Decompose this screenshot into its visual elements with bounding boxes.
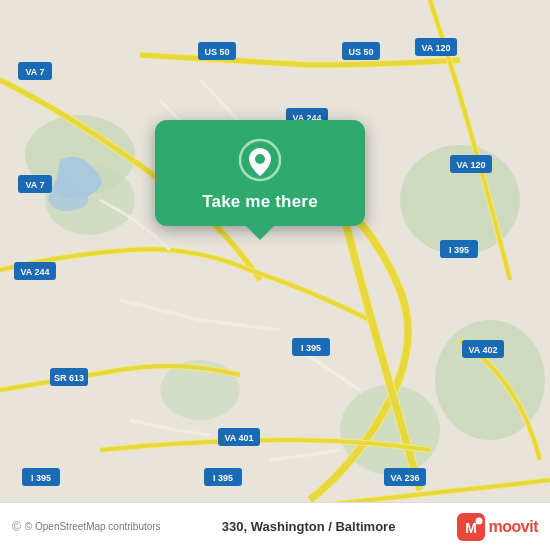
svg-point-43: [255, 154, 265, 164]
copyright-symbol: ©: [12, 520, 21, 534]
svg-text:I 395: I 395: [449, 245, 469, 255]
attribution-text: © OpenStreetMap contributors: [25, 521, 161, 532]
moovit-icon: M: [457, 513, 485, 541]
svg-text:VA 120: VA 120: [456, 160, 485, 170]
svg-text:VA 244: VA 244: [20, 267, 49, 277]
svg-text:M: M: [465, 520, 477, 536]
location-pin-icon: [238, 138, 282, 182]
moovit-logo: M moovit: [457, 513, 538, 541]
svg-text:US 50: US 50: [348, 47, 373, 57]
svg-text:VA 402: VA 402: [468, 345, 497, 355]
take-me-there-button[interactable]: Take me there: [202, 192, 318, 212]
bottom-bar: © © OpenStreetMap contributors 330, Wash…: [0, 502, 550, 550]
svg-text:VA 120: VA 120: [421, 43, 450, 53]
location-label: 330, Washington / Baltimore: [161, 519, 457, 534]
svg-text:VA 7: VA 7: [25, 67, 44, 77]
svg-text:US 50: US 50: [204, 47, 229, 57]
svg-text:I 395: I 395: [31, 473, 51, 483]
svg-text:I 395: I 395: [213, 473, 233, 483]
map-svg: VA 7 US 50 US 50 VA 120 VA 7 VA 244 VA 1…: [0, 0, 550, 550]
location-text: 330, Washington / Baltimore: [222, 519, 396, 534]
svg-point-46: [475, 517, 482, 524]
svg-text:VA 401: VA 401: [224, 433, 253, 443]
svg-rect-0: [0, 0, 550, 550]
moovit-brand-text: moovit: [489, 518, 538, 536]
navigate-popup[interactable]: Take me there: [155, 120, 365, 226]
svg-text:SR 613: SR 613: [54, 373, 84, 383]
svg-text:VA 7: VA 7: [25, 180, 44, 190]
attribution: © © OpenStreetMap contributors: [12, 520, 161, 534]
svg-text:I 395: I 395: [301, 343, 321, 353]
svg-text:VA 236: VA 236: [390, 473, 419, 483]
map-container: VA 7 US 50 US 50 VA 120 VA 7 VA 244 VA 1…: [0, 0, 550, 550]
